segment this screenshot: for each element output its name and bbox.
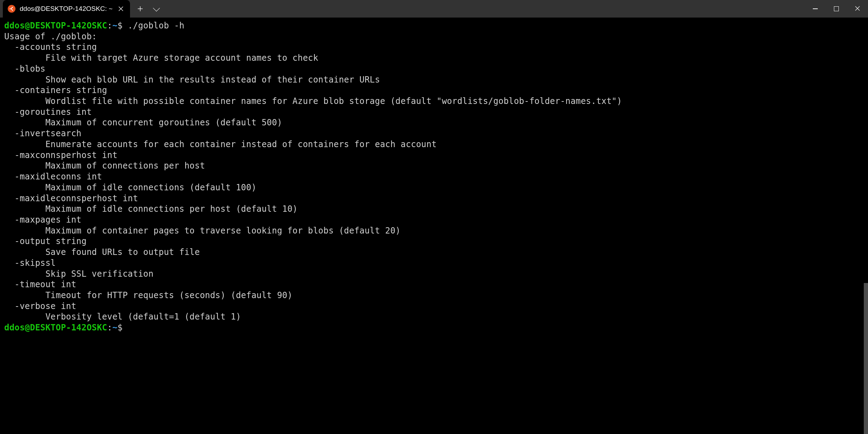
titlebar-drag-area[interactable]	[162, 0, 805, 18]
flag-name: -skipssl	[4, 258, 864, 269]
flag-desc: File with target Azure storage account n…	[4, 53, 864, 64]
flag-desc: Maximum of connections per host	[4, 160, 864, 171]
flag-name: -goroutines int	[4, 107, 864, 118]
flag-desc: Skip SSL verification	[4, 269, 864, 280]
partial-prompt-line: ddos@DESKTOP-142OSKC:~$	[4, 322, 864, 333]
flag-name: -timeout int	[4, 279, 864, 290]
close-icon	[855, 6, 860, 12]
flag-desc: Wordlist file with possible container na…	[4, 96, 864, 107]
tab-close-button[interactable]	[117, 5, 125, 13]
flag-name: -verbose int	[4, 301, 864, 312]
maximize-icon	[834, 6, 839, 11]
prompt-line: ddos@DESKTOP-142OSKC:~$ ./goblob -h	[4, 20, 864, 31]
prompt-path: ~	[112, 323, 118, 333]
command-text: ./goblob -h	[128, 21, 184, 31]
scrollbar-thumb[interactable]	[864, 283, 868, 434]
flag-name: -maxidleconns int	[4, 171, 864, 182]
flag-desc: Maximum of concurrent goroutines (defaul…	[4, 117, 864, 128]
flag-name: -output string	[4, 236, 864, 247]
tab-title: ddos@DESKTOP-142OSKC: ~	[20, 5, 112, 13]
tab-dropdown-button[interactable]	[149, 2, 162, 15]
flag-desc: Timeout for HTTP requests (seconds) (def…	[4, 290, 864, 301]
flag-name: -containers string	[4, 85, 864, 96]
prompt-colon: :	[107, 323, 112, 333]
prompt-dollar: $	[117, 323, 123, 333]
window-controls	[805, 0, 868, 18]
terminal-output[interactable]: ddos@DESKTOP-142OSKC:~$ ./goblob -hUsage…	[0, 18, 868, 434]
maximize-button[interactable]	[826, 0, 847, 18]
flag-desc: Maximum of idle connections per host (de…	[4, 204, 864, 215]
svg-point-0	[9, 8, 11, 9]
terminal-tab[interactable]: ddos@DESKTOP-142OSKC: ~	[3, 0, 130, 18]
prompt-path: ~	[112, 21, 118, 31]
flag-desc: Verbosity level (default=1 (default 1)	[4, 311, 864, 322]
flag-name: -maxconnsperhost int	[4, 150, 864, 161]
prompt-user-host: ddos@DESKTOP-142OSKC	[4, 323, 107, 333]
flag-desc: Show each blob URL in the results instea…	[4, 74, 864, 85]
minimize-button[interactable]	[805, 0, 826, 18]
minimize-icon	[813, 8, 818, 9]
flag-desc: Maximum of container pages to traverse l…	[4, 225, 864, 236]
close-button[interactable]	[847, 0, 868, 18]
scrollbar[interactable]	[864, 18, 868, 434]
tab-actions	[130, 0, 162, 18]
flag-desc: Save found URLs to output file	[4, 247, 864, 258]
flag-name: -accounts string	[4, 42, 864, 53]
flag-name: -maxpages int	[4, 215, 864, 225]
prompt-user-host: ddos@DESKTOP-142OSKC	[4, 21, 107, 31]
flag-name: -invertsearch	[4, 128, 864, 139]
titlebar: ddos@DESKTOP-142OSKC: ~	[0, 0, 868, 18]
chevron-down-icon	[153, 5, 160, 12]
prompt-dollar: $	[117, 21, 128, 31]
prompt-colon: :	[107, 21, 112, 31]
flag-desc: Enumerate accounts for each container in…	[4, 139, 864, 150]
flag-desc: Maximum of idle connections (default 100…	[4, 182, 864, 193]
ubuntu-icon	[8, 5, 15, 13]
usage-header: Usage of ./goblob:	[4, 31, 864, 42]
new-tab-button[interactable]	[134, 2, 147, 15]
flag-name: -maxidleconnsperhost int	[4, 193, 864, 204]
flag-name: -blobs	[4, 64, 864, 74]
